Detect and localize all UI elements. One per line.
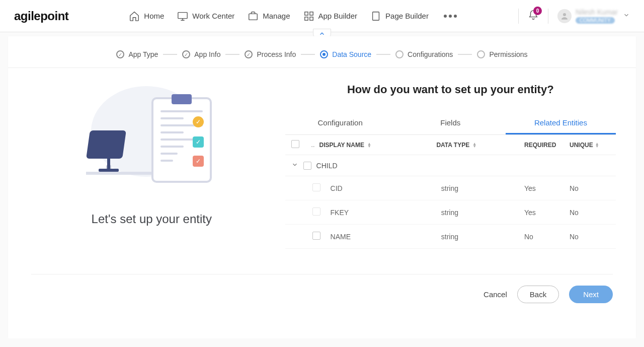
back-button[interactable]: Back <box>517 286 559 303</box>
svg-rect-1 <box>249 14 258 20</box>
group-checkbox[interactable] <box>303 162 311 170</box>
svg-rect-0 <box>178 12 187 18</box>
left-caption: Let's set up your entity <box>92 212 212 226</box>
home-icon <box>129 11 140 22</box>
step-permissions[interactable]: Permissions <box>477 50 527 58</box>
cell-required: Yes <box>524 209 570 217</box>
cell-unique: No <box>570 233 610 241</box>
cell-unique: No <box>570 184 610 192</box>
grid-icon <box>303 11 314 22</box>
primary-nav: Home Work Center Manage App Builder Page… <box>129 11 457 22</box>
group-label: CHILD <box>316 162 338 170</box>
cell-display-name: CID <box>331 184 441 192</box>
select-all-checkbox[interactable] <box>291 140 299 148</box>
th-data-type[interactable]: DATA TYPE <box>436 142 469 149</box>
nav-pagebuilder-label: Page Builder <box>385 12 429 20</box>
sort-icon[interactable] <box>472 143 476 148</box>
content: ✓ ✓ ✓ Let's set up your entity How do yo… <box>8 68 636 254</box>
nav-workcenter[interactable]: Work Center <box>177 11 234 22</box>
stepper: App Type App Info Process Info Data Sour… <box>8 36 636 68</box>
table-row: NAME string No No <box>285 225 616 249</box>
step-app-type[interactable]: App Type <box>116 50 158 58</box>
step-separator <box>376 54 390 55</box>
nav-home[interactable]: Home <box>129 11 164 22</box>
nav-workcenter-label: Work Center <box>192 12 234 20</box>
nav-appbuilder-label: App Builder <box>318 12 358 20</box>
right-pane: How do you want to set up your entity? C… <box>285 78 616 249</box>
user-name: Nilesh Kumar <box>576 8 618 16</box>
chevron-down-icon <box>623 12 630 20</box>
cell-display-name: FKEY <box>331 209 441 217</box>
avatar-icon <box>557 9 572 23</box>
notifications-badge: 0 <box>533 7 542 15</box>
sort-icon[interactable] <box>595 143 599 148</box>
page-icon <box>370 11 381 22</box>
next-button[interactable]: Next <box>569 286 613 303</box>
user-meta: Nilesh Kumar COMMUNITY <box>576 8 618 24</box>
svg-point-8 <box>563 13 566 16</box>
cell-display-name: NAME <box>331 233 441 241</box>
table-header: .. DISPLAY NAME DATA TYPE REQUIRED UNIQU… <box>285 135 616 155</box>
step-separator <box>458 54 472 55</box>
notifications-button[interactable]: 0 <box>528 10 539 22</box>
sort-icon[interactable] <box>367 143 371 148</box>
monitor-icon <box>177 11 188 22</box>
cell-required: Yes <box>524 184 570 192</box>
svg-rect-4 <box>304 17 307 20</box>
cell-data-type: string <box>441 233 524 241</box>
nav-pagebuilder[interactable]: Page Builder <box>370 11 429 22</box>
nav-more-icon[interactable] <box>444 15 457 18</box>
nav-manage[interactable]: Manage <box>248 11 290 22</box>
wizard-footer: Cancel Back Next <box>31 274 613 316</box>
right-title: How do you want to set up your entity? <box>285 83 616 96</box>
step-label: Configurations <box>408 50 453 58</box>
row-checkbox[interactable] <box>312 207 320 216</box>
th-required[interactable]: REQUIRED <box>524 142 556 149</box>
column-menu-icon[interactable]: .. <box>311 142 317 149</box>
step-process-info[interactable]: Process Info <box>245 50 296 58</box>
nav-manage-label: Manage <box>263 12 290 20</box>
tab-related-entities[interactable]: Related Entities <box>506 113 616 134</box>
cell-data-type: string <box>441 184 524 192</box>
cell-data-type: string <box>441 209 524 217</box>
related-entities-table: .. DISPLAY NAME DATA TYPE REQUIRED UNIQU… <box>285 135 616 249</box>
step-app-info[interactable]: App Info <box>182 50 220 58</box>
row-checkbox[interactable] <box>312 232 320 240</box>
svg-rect-2 <box>304 12 307 15</box>
divider <box>548 9 548 24</box>
step-separator <box>163 54 177 55</box>
th-display-name[interactable]: DISPLAY NAME <box>319 142 364 149</box>
row-checkbox[interactable] <box>312 183 320 191</box>
nav-appbuilder[interactable]: App Builder <box>303 11 358 22</box>
step-label: Data Source <box>332 50 371 58</box>
logo: agilepoint <box>14 9 68 23</box>
left-pane: ✓ ✓ ✓ Let's set up your entity <box>28 78 275 249</box>
user-menu[interactable]: Nilesh Kumar COMMUNITY <box>557 8 630 24</box>
th-unique[interactable]: UNIQUE <box>570 142 593 149</box>
step-data-source[interactable]: Data Source <box>320 50 371 58</box>
chevron-down-icon <box>291 161 298 170</box>
divider <box>518 9 519 24</box>
step-separator <box>301 54 315 55</box>
topbar: agilepoint Home Work Center Manage App B… <box>0 0 644 32</box>
topbar-right: 0 Nilesh Kumar COMMUNITY <box>518 8 630 24</box>
step-separator <box>225 54 239 55</box>
svg-rect-3 <box>309 12 312 15</box>
cell-unique: No <box>570 209 610 217</box>
step-label: App Info <box>194 50 220 58</box>
tab-configuration[interactable]: Configuration <box>285 113 395 134</box>
entity-illustration: ✓ ✓ ✓ <box>81 83 222 199</box>
svg-rect-5 <box>309 17 312 20</box>
table-row: FKEY string Yes No <box>285 200 616 225</box>
table-row: CID string Yes No <box>285 176 616 200</box>
user-tag: COMMUNITY <box>576 17 615 24</box>
step-configurations[interactable]: Configurations <box>395 50 453 58</box>
step-label: Process Info <box>257 50 296 58</box>
group-row-child[interactable]: CHILD <box>285 155 616 176</box>
cell-required: No <box>524 233 570 241</box>
cancel-button[interactable]: Cancel <box>484 290 507 299</box>
entity-tabs: Configuration Fields Related Entities <box>285 113 616 135</box>
tab-fields[interactable]: Fields <box>395 113 506 134</box>
briefcase-icon <box>248 11 259 22</box>
step-label: App Type <box>128 50 158 58</box>
